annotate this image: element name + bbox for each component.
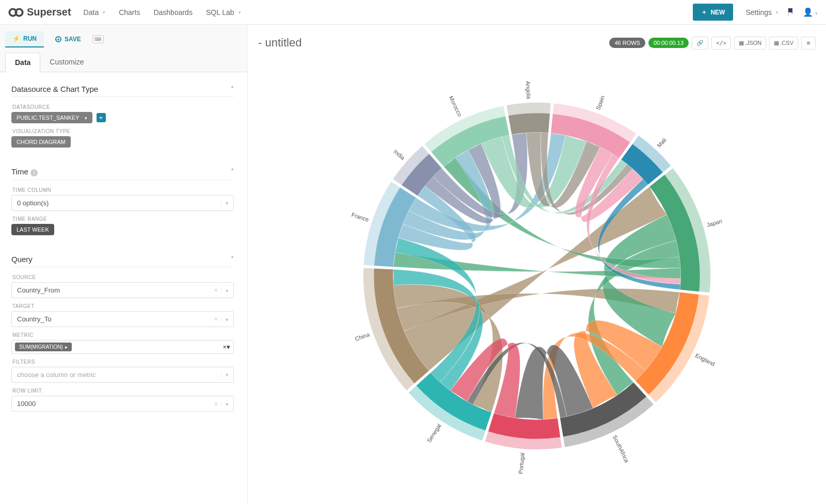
nav-charts[interactable]: Charts xyxy=(119,8,140,17)
timerange-value: LAST WEEK xyxy=(17,226,49,233)
user-menu[interactable]: 👤 xyxy=(803,7,818,17)
code-icon: </> xyxy=(716,40,726,46)
link-button[interactable]: 🔗 xyxy=(692,37,708,50)
chord-label: Portugal xyxy=(517,452,525,474)
top-nav: Superset Data Charts Dashboards SQL Lab … xyxy=(0,0,826,25)
hamburger-icon: ≡ xyxy=(807,40,811,46)
json-button[interactable]: ▦.JSON xyxy=(734,37,766,50)
datasource-value: PUBLIC.TEST_SANKEY xyxy=(17,115,80,121)
locale-picker[interactable] xyxy=(788,8,793,16)
chord-label: India xyxy=(392,148,406,161)
source-value: Country_From xyxy=(17,286,60,294)
chevron-down-icon: ▾ xyxy=(221,317,228,322)
section-datasource-header[interactable]: Datasource & Chart Type ˄ xyxy=(11,79,234,97)
brand-text: Superset xyxy=(27,6,71,18)
chord-label: Mali xyxy=(656,136,668,148)
csv-button[interactable]: ▦.CSV xyxy=(769,37,798,50)
timecol-value: 0 option(s) xyxy=(17,199,49,207)
chord-arc[interactable] xyxy=(509,113,550,134)
timerange-label: TIME RANGE xyxy=(12,216,234,222)
bolt-icon: ⚡ xyxy=(12,35,20,42)
save-button[interactable]: + SAVE xyxy=(48,31,88,47)
new-button[interactable]: ＋ NEW xyxy=(693,4,733,21)
viztype-value: CHORD DIAGRAM xyxy=(17,139,66,145)
tab-data[interactable]: Data xyxy=(5,53,40,72)
flag-icon xyxy=(788,8,789,17)
metric-value: SUM(MIGRATION) xyxy=(19,344,63,350)
filters-placeholder: choose a column or metric xyxy=(17,371,96,379)
rowlimit-label: ROW LIMIT xyxy=(12,388,234,394)
chord-label: Spain xyxy=(595,94,606,110)
section-time-title: Time xyxy=(11,167,28,176)
chevron-down-icon: ▾ xyxy=(221,200,228,206)
rowlimit-value: 10000 xyxy=(17,400,36,408)
explore-panel: ⚡ RUN + SAVE ⌨ Data Customize Datasource… xyxy=(0,25,248,504)
rowlimit-select[interactable]: 10000 ×▾ xyxy=(11,396,234,412)
chord-label: Morocco xyxy=(448,95,463,118)
time-pill: 00:00:00.13 xyxy=(648,38,689,48)
timecol-label: TIME COLUMN xyxy=(12,187,234,193)
file-icon: ▦ xyxy=(774,40,779,46)
nav-settings[interactable]: Settings xyxy=(745,8,779,17)
info-icon[interactable]: i xyxy=(30,169,38,176)
chord-label: Japan xyxy=(706,218,722,228)
chevron-down-icon: ▾ xyxy=(221,372,228,378)
datasource-label: DATASOURCE xyxy=(12,104,234,110)
source-select[interactable]: Country_From ×▾ xyxy=(11,282,234,298)
chevron-down-icon: ▾ xyxy=(221,288,228,294)
chevron-down-icon: ▾ xyxy=(227,343,230,351)
save-label: SAVE xyxy=(65,36,81,43)
rows-pill: 46 ROWS xyxy=(609,38,645,48)
chord-label: SouthAfrica xyxy=(612,434,630,464)
menu-button[interactable]: ≡ xyxy=(801,37,816,50)
plus-circle-icon: + xyxy=(55,36,61,42)
chord-diagram[interactable]: JapanEnglandSouthAfricaPortugalSenegalCh… xyxy=(336,75,738,477)
clear-icon[interactable]: × xyxy=(214,286,218,294)
datasource-chip[interactable]: PUBLIC.TEST_SANKEY xyxy=(11,112,92,123)
viztype-chip[interactable]: CHORD DIAGRAM xyxy=(11,136,71,148)
filters-select[interactable]: choose a column or metric ▾ xyxy=(11,367,234,383)
target-value: Country_To xyxy=(17,315,51,323)
chord-label: China xyxy=(354,331,371,342)
file-icon: ▦ xyxy=(739,40,744,46)
metric-select[interactable]: SUM(MIGRATION) ▸ ×▾ xyxy=(11,340,234,354)
nav-dashboards[interactable]: Dashboards xyxy=(153,8,193,17)
section-query-title: Query xyxy=(11,255,33,264)
chevron-up-icon: ˄ xyxy=(231,168,234,175)
run-label: RUN xyxy=(23,35,37,42)
section-datasource-title: Datasource & Chart Type xyxy=(11,85,98,93)
chart-title[interactable]: - untitled xyxy=(258,36,301,50)
target-select[interactable]: Country_To ×▾ xyxy=(11,311,234,327)
caret-right-icon: ▸ xyxy=(65,344,68,350)
chevron-up-icon: ˄ xyxy=(231,86,234,93)
plus-icon: ＋ xyxy=(701,8,707,17)
clear-icon[interactable]: × xyxy=(223,343,227,351)
section-query-header[interactable]: Query ˄ xyxy=(11,250,234,267)
section-time-header[interactable]: Timei ˄ xyxy=(11,162,234,180)
clear-icon[interactable]: × xyxy=(214,315,218,323)
source-label: SOURCE xyxy=(12,274,234,280)
chord-label: Senegal xyxy=(426,422,442,444)
nav-links: Data Charts Dashboards SQL Lab xyxy=(84,8,241,17)
keyboard-icon[interactable]: ⌨ xyxy=(92,35,104,43)
embed-button[interactable]: </> xyxy=(711,37,731,50)
target-label: TARGET xyxy=(12,303,234,309)
run-button[interactable]: ⚡ RUN xyxy=(5,31,44,47)
add-datasource-button[interactable]: ＋ xyxy=(97,113,106,122)
brand-logo-icon xyxy=(8,7,24,18)
chord-label: France xyxy=(351,211,370,222)
tab-customize[interactable]: Customize xyxy=(40,53,93,72)
filters-label: FILTERS xyxy=(12,359,234,365)
nav-sqllab[interactable]: SQL Lab xyxy=(206,8,241,17)
chevron-down-icon: ▾ xyxy=(221,401,228,407)
nav-data[interactable]: Data xyxy=(84,8,106,17)
metric-label: METRIC xyxy=(12,332,234,338)
timerange-chip[interactable]: LAST WEEK xyxy=(11,224,54,235)
timecol-select[interactable]: 0 option(s) ▾ xyxy=(11,195,234,211)
chevron-down-icon xyxy=(83,115,87,121)
link-icon: 🔗 xyxy=(696,40,704,46)
chord-label: Angola xyxy=(525,80,532,99)
clear-icon[interactable]: × xyxy=(214,400,218,408)
chevron-up-icon: ˄ xyxy=(231,256,234,263)
brand[interactable]: Superset xyxy=(8,6,71,18)
